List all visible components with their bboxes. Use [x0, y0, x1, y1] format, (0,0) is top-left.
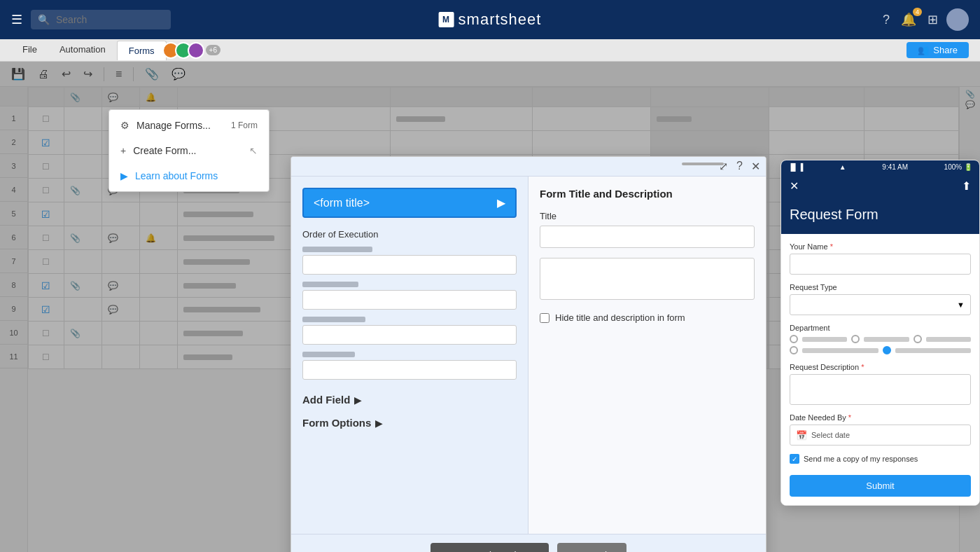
plus-icon: +	[120, 145, 126, 156]
phone-field-label-desc: Request Description *	[790, 363, 971, 371]
user-avatar[interactable]	[946, 8, 969, 31]
search-wrapper: 🔍	[31, 10, 171, 29]
search-input[interactable]	[31, 10, 171, 29]
form-left-panel: <form title> ▶ Order of Execution	[291, 177, 528, 534]
phone-type-select[interactable]: ▼	[790, 294, 971, 315]
modal-close-icon[interactable]: ✕	[751, 160, 760, 173]
collaborators-area: +6	[167, 42, 220, 59]
form-field-3	[302, 317, 517, 345]
description-textarea[interactable]	[540, 258, 755, 300]
create-form-label: Create Form...	[133, 145, 196, 156]
form-builder-modal: ⤢ ? ✕ <form title> ▶ Order of Execution	[290, 156, 766, 552]
form-field-2	[302, 282, 517, 310]
notifications-icon[interactable]: 🔔 4	[898, 9, 919, 30]
cursor-indicator: ↖	[249, 145, 258, 156]
phone-submit-button[interactable]: Submit	[790, 475, 971, 497]
phone-date-input[interactable]: 📅 Select date	[790, 425, 971, 446]
calendar-icon: 📅	[796, 430, 807, 441]
form-options-arrow-icon: ▶	[375, 418, 383, 429]
date-placeholder: Select date	[811, 431, 850, 439]
tab-automation[interactable]: Automation	[48, 40, 117, 60]
phone-dept-radio-group	[790, 335, 971, 354]
form-field-input-3[interactable]	[302, 325, 517, 345]
app-name: smartsheet	[458, 11, 542, 29]
title-field-label: Title	[540, 211, 755, 221]
form-modal-header: ⤢ ? ✕	[291, 157, 766, 177]
radio-option-5-selected[interactable]	[883, 346, 891, 354]
hide-title-label: Hide title and description in form	[555, 312, 685, 323]
phone-status-bar: ▐▌▐ ▲ 9:41 AM 100% 🔋	[781, 160, 979, 174]
phone-field-label-name: Your Name *	[790, 242, 971, 251]
gear-icon: ⚙	[120, 120, 130, 131]
form-right-panel: Form Title and Description Title Hide ti…	[528, 177, 766, 534]
chevron-down-icon: ▼	[957, 301, 965, 309]
dropdown-item-learn-forms[interactable]: ▶ Learn about Forms	[109, 163, 269, 188]
learn-forms-label: Learn about Forms	[135, 170, 218, 181]
radio-label-bar-4	[802, 348, 878, 353]
phone-name-input[interactable]	[790, 254, 971, 275]
modal-expand-icon[interactable]: ⤢	[719, 160, 728, 173]
tab-bar: File Automation Forms +6 👥 Share	[0, 39, 980, 62]
field-label-bar-3	[302, 317, 365, 322]
form-title-text: <form title>	[314, 197, 370, 209]
hide-title-row: Hide title and description in form	[540, 312, 755, 323]
phone-radio-row-1	[790, 335, 971, 343]
order-section-label: Order of Execution	[302, 229, 517, 240]
field-label-bar-4	[302, 352, 355, 357]
nav-right: ? 🔔 4 ⊞	[880, 8, 969, 31]
radio-option-1[interactable]	[790, 335, 798, 343]
share-icon: 👥	[918, 45, 929, 55]
copy-responses-checkbox[interactable]: ✓	[790, 454, 799, 464]
phone-radio-row-2	[790, 346, 971, 354]
phone-field-label-date: Date Needed By *	[790, 413, 971, 422]
form-title-arrow-icon: ▶	[497, 196, 505, 209]
phone-wifi-icon: ▲	[839, 163, 846, 171]
radio-label-bar-1	[802, 337, 847, 342]
apps-grid-icon[interactable]: ⊞	[925, 9, 941, 30]
phone-field-label-dept: Department	[790, 324, 971, 332]
modal-help-icon[interactable]: ?	[736, 160, 743, 173]
form-modal-footer: Save and Preview Cancel	[291, 534, 766, 552]
phone-close-button[interactable]: ✕	[790, 179, 799, 193]
radio-option-4[interactable]	[790, 346, 798, 354]
title-input[interactable]	[540, 226, 755, 248]
phone-share-button[interactable]: ⬆	[962, 179, 971, 193]
collaborator-count: +6	[206, 45, 220, 55]
form-field-input-2[interactable]	[302, 290, 517, 310]
phone-copy-checkbox-row: ✓ Send me a copy of my responses	[790, 454, 971, 464]
dropdown-item-manage-forms[interactable]: ⚙ Manage Forms... 1 Form	[109, 113, 269, 138]
phone-desc-textarea[interactable]	[790, 374, 971, 405]
form-field-1	[302, 247, 517, 275]
phone-form-title: Request Form	[781, 198, 979, 234]
dropdown-item-create-form[interactable]: + Create Form... ↖	[109, 138, 269, 163]
field-label-bar-2	[302, 282, 358, 287]
field-label-bar-1	[302, 247, 372, 252]
cancel-button[interactable]: Cancel	[557, 543, 627, 552]
form-count-badge: 1 Form	[231, 120, 258, 130]
tab-forms[interactable]: Forms	[117, 41, 167, 60]
form-title-bar[interactable]: <form title> ▶	[302, 188, 517, 218]
share-button[interactable]: 👥 Share	[906, 42, 969, 58]
manage-forms-label: Manage Forms...	[136, 120, 211, 131]
tab-file[interactable]: File	[11, 40, 48, 60]
add-field-label: Add Field	[302, 394, 350, 406]
radio-label-bar-3	[926, 337, 971, 342]
form-options-row[interactable]: Form Options ▶	[302, 410, 517, 436]
add-field-row[interactable]: Add Field ▶	[302, 387, 517, 410]
scroll-indicator	[682, 163, 724, 165]
copy-responses-label: Send me a copy of my responses	[804, 455, 918, 463]
form-field-input-4[interactable]	[302, 360, 517, 380]
hide-title-checkbox[interactable]	[540, 313, 550, 323]
phone-field-label-type: Request Type	[790, 283, 971, 291]
top-navigation: ☰ 🔍 M smartsheet ? 🔔 4 ⊞	[0, 0, 980, 39]
sheet-area: 💾 🖨 ↩ ↪ ≡ 📎 💬 1 2 3 4 5 6 7 8 9 10 11	[0, 62, 980, 552]
help-icon[interactable]: ?	[880, 10, 892, 30]
logo-area: M smartsheet	[439, 11, 542, 29]
save-preview-button[interactable]: Save and Preview	[430, 543, 549, 552]
collaborator-avatar-3	[188, 42, 204, 59]
hamburger-menu-icon[interactable]: ☰	[11, 12, 22, 27]
radio-option-2[interactable]	[851, 335, 860, 343]
radio-option-3[interactable]	[913, 335, 922, 343]
form-field-input-1[interactable]	[302, 255, 517, 275]
radio-label-bar-2	[864, 337, 909, 342]
